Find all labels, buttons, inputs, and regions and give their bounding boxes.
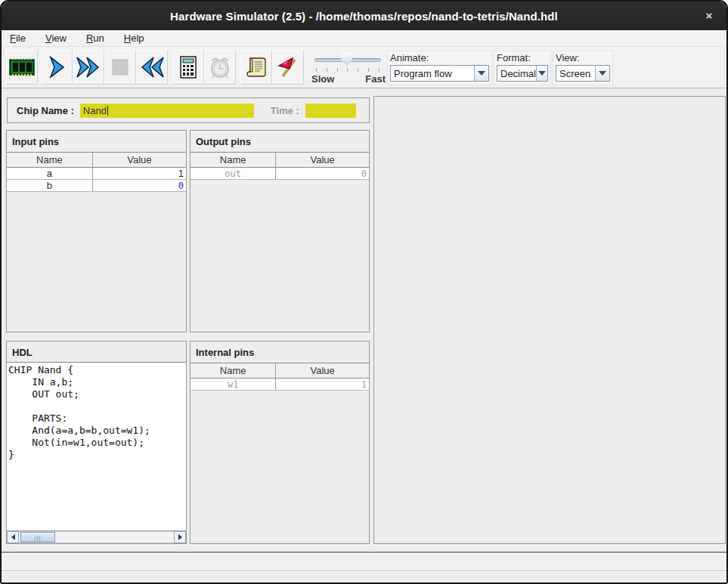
view-label: View:: [556, 52, 610, 63]
scroll-icon: [245, 55, 268, 79]
alarm-clock-icon: [208, 55, 232, 79]
view-select[interactable]: Screen: [556, 65, 610, 82]
slider-fast-label: Fast: [365, 73, 386, 85]
input-pins-panel: Input pins Name Value a1b0: [6, 130, 187, 332]
window-title: Hardware Simulator (2.5) - /home/thomas/…: [170, 10, 558, 23]
internal-pins-title: Internal pins: [191, 341, 369, 363]
title-bar: Hardware Simulator (2.5) - /home/thomas/…: [2, 2, 726, 30]
column-header-value: Value: [276, 363, 369, 378]
stop-icon: [110, 57, 131, 78]
internal-pins-table: Name Value w11: [191, 363, 369, 391]
column-header-name: Name: [191, 363, 276, 378]
output-pins-title: Output pins: [191, 131, 369, 152]
animate-label: Animate:: [390, 52, 489, 63]
chip-icon: [8, 56, 36, 79]
menu-help[interactable]: Help: [117, 31, 151, 45]
chevron-down-icon[interactable]: [595, 66, 609, 81]
pin-value: 0: [276, 168, 369, 179]
format-group: Format: Decimal: [494, 51, 551, 85]
view-value: Screen: [556, 68, 590, 79]
flag-pen-icon: [276, 55, 300, 79]
input-pins-table: Name Value a1b0: [7, 152, 186, 192]
stop-button[interactable]: [104, 50, 136, 85]
pin-row: b0: [7, 180, 186, 192]
table-header: Name Value: [7, 153, 186, 168]
scrollbar-track[interactable]: |||: [19, 531, 174, 543]
pin-name: out: [191, 168, 276, 179]
input-pins-title: Input pins: [7, 131, 186, 152]
view-script-button[interactable]: [240, 50, 272, 85]
hdl-title: HDL: [7, 341, 186, 363]
clock-button[interactable]: [204, 50, 236, 85]
step-forward-icon: [45, 55, 68, 79]
table-header: Name Value: [191, 363, 369, 379]
reset-button[interactable]: [136, 50, 168, 85]
internal-pins-panel: Internal pins Name Value w11: [190, 341, 370, 544]
message-bar: [2, 570, 726, 582]
pin-name: w1: [191, 379, 276, 390]
chip-name-label: Chip Name :: [17, 105, 74, 116]
rewind-icon: [138, 55, 166, 79]
pin-value[interactable]: 0: [93, 180, 186, 191]
format-label: Format:: [497, 52, 548, 63]
breakpoints-button[interactable]: [272, 50, 304, 85]
format-value: Decimal: [497, 68, 536, 79]
view-group: View: Screen: [553, 51, 613, 85]
speed-slider[interactable]: Slow Fast: [310, 51, 386, 86]
triangle-right-icon: [178, 534, 182, 540]
chevron-down-icon[interactable]: [474, 66, 488, 81]
run-button[interactable]: [73, 50, 104, 85]
menu-run[interactable]: Run: [79, 31, 111, 45]
close-button[interactable]: ×: [699, 8, 719, 24]
fast-forward-icon: [75, 55, 102, 79]
chip-name-input[interactable]: Nand: [80, 104, 254, 118]
menu-file[interactable]: File: [3, 31, 33, 45]
eval-button[interactable]: [172, 50, 204, 85]
scroll-left-button[interactable]: [7, 531, 19, 543]
pin-value[interactable]: 1: [93, 168, 186, 179]
slider-slow-label: Slow: [311, 73, 334, 85]
scroll-right-button[interactable]: [174, 531, 186, 543]
animate-group: Animate: Program flow: [387, 51, 492, 85]
column-header-value: Value: [93, 153, 186, 167]
single-step-button[interactable]: [41, 50, 73, 85]
column-header-value: Value: [276, 153, 369, 167]
pin-name: b: [7, 180, 93, 191]
toolbar: Slow Fast Animate: Program flow Format: …: [2, 47, 726, 88]
main-content: Chip Name : Nand Time : Input pins Name …: [2, 88, 726, 582]
chip-name-value: Nand: [83, 105, 107, 116]
scrollbar-thumb[interactable]: |||: [20, 532, 55, 542]
column-header-name: Name: [7, 153, 93, 167]
calculator-icon: [178, 55, 199, 79]
animate-select[interactable]: Program flow: [390, 65, 489, 82]
time-label: Time :: [271, 105, 299, 116]
format-select[interactable]: Decimal: [497, 65, 548, 82]
table-header: Name Value: [191, 153, 369, 168]
status-bar: [2, 552, 726, 570]
load-chip-button[interactable]: [6, 50, 38, 85]
pin-row: out0: [191, 168, 369, 180]
pin-row: a1: [7, 168, 186, 180]
chip-view-area: [373, 96, 726, 544]
slider-thumb[interactable]: [340, 52, 353, 66]
animate-value: Program flow: [391, 68, 452, 79]
menu-view[interactable]: View: [39, 31, 73, 45]
triangle-left-icon: [11, 534, 15, 540]
hdl-horizontal-scrollbar[interactable]: |||: [7, 530, 186, 543]
hdl-code-view[interactable]: CHIP Nand { IN a,b; OUT out; PARTS: And(…: [7, 362, 186, 530]
column-header-name: Name: [191, 153, 276, 167]
chip-name-bar: Chip Name : Nand Time :: [7, 97, 370, 123]
pin-value: 1: [276, 379, 369, 390]
app-window: Hardware Simulator (2.5) - /home/thomas/…: [0, 0, 728, 584]
slider-ticks: [316, 68, 379, 73]
output-pins-panel: Output pins Name Value out0: [190, 130, 370, 332]
chevron-down-icon[interactable]: [536, 66, 547, 81]
menu-bar: File View Run Help: [2, 30, 726, 47]
output-pins-table: Name Value out0: [191, 152, 369, 180]
hdl-panel: HDL CHIP Nand { IN a,b; OUT out; PARTS: …: [6, 341, 187, 544]
text-caret: [107, 106, 108, 116]
time-field: [305, 104, 356, 118]
pin-name: a: [7, 168, 93, 179]
pin-row: w11: [191, 379, 369, 391]
